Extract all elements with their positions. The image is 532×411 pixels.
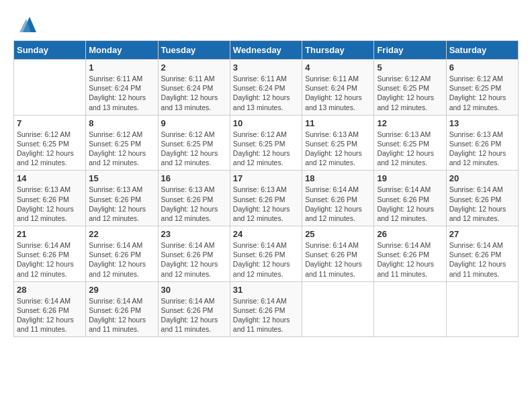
calendar-cell: 27Sunrise: 6:14 AMSunset: 6:26 PMDayligh… [446,226,518,282]
logo-icon [16,13,36,34]
day-number: 29 [89,285,154,295]
calendar-cell: 2Sunrise: 6:11 AMSunset: 6:24 PMDaylight… [158,60,230,116]
day-info: Sunrise: 6:14 AMSunset: 6:26 PMDaylight:… [377,185,443,223]
calendar-cell: 20Sunrise: 6:14 AMSunset: 6:26 PMDayligh… [446,171,518,226]
calendar-cell: 15Sunrise: 6:13 AMSunset: 6:26 PMDayligh… [86,171,158,226]
day-info: Sunrise: 6:14 AMSunset: 6:26 PMDaylight:… [17,240,83,279]
calendar-cell [302,281,374,337]
day-number: 5 [377,62,443,73]
calendar-cell: 29Sunrise: 6:14 AMSunset: 6:26 PMDayligh… [86,281,158,337]
day-info: Sunrise: 6:14 AMSunset: 6:26 PMDaylight:… [89,296,154,334]
day-number: 25 [305,229,371,239]
calendar-header: SundayMondayTuesdayWednesdayThursdayFrid… [14,41,519,60]
day-info: Sunrise: 6:11 AMSunset: 6:24 PMDaylight:… [89,74,154,112]
calendar-cell: 22Sunrise: 6:14 AMSunset: 6:26 PMDayligh… [86,226,158,282]
day-info: Sunrise: 6:14 AMSunset: 6:26 PMDaylight:… [305,185,371,223]
day-number: 27 [449,229,515,239]
calendar-cell: 4Sunrise: 6:11 AMSunset: 6:24 PMDaylight… [302,60,374,116]
day-number: 7 [17,118,83,128]
day-number: 9 [161,118,227,128]
calendar-cell: 6Sunrise: 6:12 AMSunset: 6:25 PMDaylight… [446,60,518,116]
calendar-cell: 9Sunrise: 6:12 AMSunset: 6:25 PMDaylight… [158,115,230,171]
calendar-cell: 1Sunrise: 6:11 AMSunset: 6:24 PMDaylight… [86,60,158,116]
day-info: Sunrise: 6:13 AMSunset: 6:25 PMDaylight:… [377,130,443,168]
header-day-wednesday: Wednesday [230,41,302,60]
calendar-body: 1Sunrise: 6:11 AMSunset: 6:24 PMDaylight… [14,60,519,337]
header-day-tuesday: Tuesday [158,41,230,60]
day-number: 10 [233,118,299,128]
day-info: Sunrise: 6:14 AMSunset: 6:26 PMDaylight:… [449,240,515,279]
logo [13,13,36,34]
day-number: 26 [377,229,443,239]
calendar-cell: 3Sunrise: 6:11 AMSunset: 6:24 PMDaylight… [230,60,302,116]
calendar-cell: 28Sunrise: 6:14 AMSunset: 6:26 PMDayligh… [14,281,86,337]
day-info: Sunrise: 6:14 AMSunset: 6:26 PMDaylight:… [233,240,299,279]
calendar-cell: 23Sunrise: 6:14 AMSunset: 6:26 PMDayligh… [158,226,230,282]
day-info: Sunrise: 6:14 AMSunset: 6:26 PMDaylight:… [17,296,83,334]
day-info: Sunrise: 6:11 AMSunset: 6:24 PMDaylight:… [305,74,371,112]
day-info: Sunrise: 6:12 AMSunset: 6:25 PMDaylight:… [89,130,154,168]
week-row-3: 14Sunrise: 6:13 AMSunset: 6:26 PMDayligh… [14,171,519,226]
calendar-cell [14,60,86,116]
calendar-cell: 26Sunrise: 6:14 AMSunset: 6:26 PMDayligh… [374,226,446,282]
day-number: 30 [161,285,227,295]
day-number: 14 [17,173,83,183]
calendar-cell: 31Sunrise: 6:14 AMSunset: 6:26 PMDayligh… [230,281,302,337]
calendar-cell: 21Sunrise: 6:14 AMSunset: 6:26 PMDayligh… [14,226,86,282]
calendar-cell: 18Sunrise: 6:14 AMSunset: 6:26 PMDayligh… [302,171,374,226]
day-info: Sunrise: 6:14 AMSunset: 6:26 PMDaylight:… [161,240,227,279]
week-row-2: 7Sunrise: 6:12 AMSunset: 6:25 PMDaylight… [14,115,519,171]
calendar-cell: 14Sunrise: 6:13 AMSunset: 6:26 PMDayligh… [14,171,86,226]
week-row-4: 21Sunrise: 6:14 AMSunset: 6:26 PMDayligh… [14,226,519,282]
header-day-thursday: Thursday [302,41,374,60]
day-info: Sunrise: 6:13 AMSunset: 6:26 PMDaylight:… [449,130,515,168]
calendar-cell: 25Sunrise: 6:14 AMSunset: 6:26 PMDayligh… [302,226,374,282]
day-number: 21 [17,229,83,239]
day-info: Sunrise: 6:14 AMSunset: 6:26 PMDaylight:… [449,185,515,223]
day-number: 12 [377,118,443,128]
calendar-cell: 10Sunrise: 6:12 AMSunset: 6:25 PMDayligh… [230,115,302,171]
header-day-saturday: Saturday [446,41,518,60]
day-number: 11 [305,118,371,128]
calendar-cell [374,281,446,337]
day-info: Sunrise: 6:13 AMSunset: 6:26 PMDaylight:… [161,185,227,223]
calendar-cell [446,281,518,337]
day-number: 16 [161,173,227,183]
day-info: Sunrise: 6:14 AMSunset: 6:26 PMDaylight:… [377,240,443,279]
day-number: 31 [233,285,299,295]
day-info: Sunrise: 6:14 AMSunset: 6:26 PMDaylight:… [233,296,299,334]
calendar-cell: 19Sunrise: 6:14 AMSunset: 6:26 PMDayligh… [374,171,446,226]
day-info: Sunrise: 6:13 AMSunset: 6:26 PMDaylight:… [233,185,299,223]
week-row-1: 1Sunrise: 6:11 AMSunset: 6:24 PMDaylight… [14,60,519,116]
day-info: Sunrise: 6:14 AMSunset: 6:26 PMDaylight:… [161,296,227,334]
day-info: Sunrise: 6:13 AMSunset: 6:26 PMDaylight:… [89,185,154,223]
calendar-cell: 30Sunrise: 6:14 AMSunset: 6:26 PMDayligh… [158,281,230,337]
day-info: Sunrise: 6:12 AMSunset: 6:25 PMDaylight:… [377,74,443,112]
calendar-cell: 5Sunrise: 6:12 AMSunset: 6:25 PMDaylight… [374,60,446,116]
day-info: Sunrise: 6:12 AMSunset: 6:25 PMDaylight:… [17,130,83,168]
day-info: Sunrise: 6:12 AMSunset: 6:25 PMDaylight:… [449,74,515,112]
day-number: 13 [449,118,515,128]
day-number: 2 [161,62,227,73]
day-number: 28 [17,285,83,295]
day-info: Sunrise: 6:12 AMSunset: 6:25 PMDaylight:… [233,130,299,168]
calendar-cell: 16Sunrise: 6:13 AMSunset: 6:26 PMDayligh… [158,171,230,226]
calendar-cell: 7Sunrise: 6:12 AMSunset: 6:25 PMDaylight… [14,115,86,171]
day-number: 15 [89,173,154,183]
day-number: 20 [449,173,515,183]
day-number: 18 [305,173,371,183]
day-info: Sunrise: 6:11 AMSunset: 6:24 PMDaylight:… [161,74,227,112]
header-row: SundayMondayTuesdayWednesdayThursdayFrid… [14,41,519,60]
day-number: 8 [89,118,154,128]
calendar-table: SundayMondayTuesdayWednesdayThursdayFrid… [13,40,519,337]
day-number: 17 [233,173,299,183]
page-header [13,13,519,34]
calendar-cell: 11Sunrise: 6:13 AMSunset: 6:25 PMDayligh… [302,115,374,171]
header-day-friday: Friday [374,41,446,60]
day-number: 6 [449,62,515,73]
day-info: Sunrise: 6:14 AMSunset: 6:26 PMDaylight:… [89,240,154,279]
calendar-cell: 13Sunrise: 6:13 AMSunset: 6:26 PMDayligh… [446,115,518,171]
day-info: Sunrise: 6:12 AMSunset: 6:25 PMDaylight:… [161,130,227,168]
day-number: 4 [305,62,371,73]
calendar-cell: 12Sunrise: 6:13 AMSunset: 6:25 PMDayligh… [374,115,446,171]
